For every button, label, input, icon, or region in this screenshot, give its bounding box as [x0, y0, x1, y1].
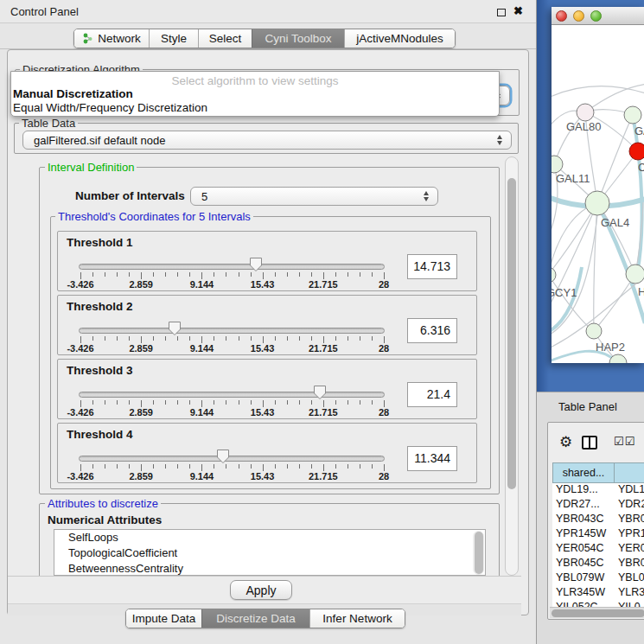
table-row[interactable]: YBR045CYBR0: [552, 557, 644, 571]
threshold-4-slider-thumb[interactable]: [216, 449, 230, 464]
table-row[interactable]: YER054CYER0: [552, 542, 644, 557]
screen: Control Panel ✖ Network Style Sel: [0, 0, 644, 644]
tab-label: Discretize Data: [216, 612, 296, 625]
attribute-list-item[interactable]: TopologicalCoefficient: [54, 545, 485, 561]
table-row[interactable]: YDL19...YDL1: [552, 483, 644, 498]
tab-select[interactable]: Select: [198, 29, 252, 48]
table-row[interactable]: YLR345WYLR3: [552, 586, 644, 601]
algorithm-dropdown-popup: Select algorithm to view settings Manual…: [10, 71, 500, 117]
table-horizontal-scrollbar-thumb[interactable]: [552, 609, 644, 617]
network-node-label: H: [638, 285, 644, 298]
tab-cyni-toolbox[interactable]: Cyni Toolbox: [252, 29, 344, 48]
network-node[interactable]: [552, 267, 556, 283]
network-node[interactable]: [577, 104, 594, 121]
network-node[interactable]: [624, 106, 641, 124]
tab-style[interactable]: Style: [149, 29, 198, 48]
network-node-label: C: [638, 161, 644, 174]
tab-infer-network[interactable]: Infer Network: [309, 609, 405, 628]
gear-icon[interactable]: ⚙: [559, 433, 572, 451]
popup-option-equal-width-frequency[interactable]: Equal Width/Frequency Discretization: [13, 101, 207, 114]
threshold-1-block: Threshold 1 -3.4262.8599.14415.4321.7152…: [57, 231, 477, 291]
table-row[interactable]: YDR27...YDR2: [552, 498, 644, 513]
top-tab-strip: Network Style Select Cyni Toolbox jActiv…: [73, 29, 456, 48]
float-window-icon[interactable]: [497, 9, 506, 16]
checkbox-icons[interactable]: ☑☑: [614, 435, 635, 448]
table-data-combo-value: galFiltered.sif default node: [34, 134, 165, 147]
control-panel-titlebar: Control Panel ✖: [0, 0, 536, 23]
table-row[interactable]: YBL079WYBL0: [552, 571, 644, 586]
network-node-label: GAL11: [556, 172, 590, 185]
tab-label: Select: [209, 32, 242, 45]
content-scrollbar[interactable]: [505, 156, 519, 576]
table-panel-title: Table Panel: [558, 400, 617, 413]
threshold-3-value-input[interactable]: 21.4: [407, 382, 457, 407]
network-node[interactable]: [585, 191, 609, 215]
attribute-list-item[interactable]: BetweennessCentrality: [54, 561, 485, 576]
threshold-1-value-input[interactable]: 14.713: [407, 254, 457, 279]
tab-jactivemnodules[interactable]: jActiveMNodules: [344, 29, 455, 48]
table-data-combo[interactable]: galFiltered.sif default node: [22, 131, 512, 150]
numerical-attributes-list[interactable]: SelfLoopsTopologicalCoefficientBetweenne…: [54, 529, 486, 576]
right-side: GAL80GACGAL11GAL4GCY1HHAP2 Table Panel ⚙…: [536, 0, 644, 644]
threshold-3-slider-thumb[interactable]: [313, 385, 327, 400]
threshold-4-block: Threshold 4 -3.4262.8599.14415.4321.7152…: [57, 423, 477, 483]
threshold-2-block: Threshold 2 -3.4262.8599.14415.4321.7152…: [57, 295, 477, 355]
table-row[interactable]: YPR145WYPR1: [552, 527, 644, 542]
bottom-tab-strip: Impute Data Discretize Data Infer Networ…: [125, 609, 405, 628]
threshold-3-block: Threshold 3 -3.4262.8599.14415.4321.7152…: [57, 359, 477, 419]
threshold-1-slider-thumb[interactable]: [249, 257, 263, 272]
combo-arrows-icon: [497, 135, 503, 145]
tab-label: Cyni Toolbox: [265, 32, 331, 45]
mac-close-icon[interactable]: [556, 10, 567, 22]
network-view-window: GAL80GACGAL11GAL4GCY1HHAP2: [552, 7, 644, 363]
network-node-label: GCY1: [552, 286, 577, 299]
columns-icon[interactable]: [582, 436, 597, 450]
table-horizontal-scrollbar[interactable]: [550, 607, 644, 618]
tab-network[interactable]: Network: [74, 29, 149, 48]
network-node[interactable]: [626, 265, 644, 284]
table-row[interactable]: YBR043CYBR0: [552, 513, 644, 527]
table-panel-region: Table Panel ⚙ ☑☑ shared... n YDL19...YDL…: [537, 392, 644, 644]
network-node-label: GAL80: [566, 120, 601, 133]
popup-option-manual-discretization[interactable]: Manual Discretization: [13, 87, 133, 100]
attributes-list-scrollbar[interactable]: [473, 531, 484, 575]
column-header-name[interactable]: n: [614, 462, 644, 483]
network-window-titlebar: [552, 7, 644, 25]
tab-discretize-data[interactable]: Discretize Data: [201, 609, 309, 628]
apply-button[interactable]: Apply: [230, 580, 292, 600]
tab-label: jActiveMNodules: [356, 32, 443, 45]
tab-label: Network: [98, 32, 141, 45]
mac-minimize-icon[interactable]: [573, 10, 584, 22]
network-node-label: HAP2: [596, 341, 625, 354]
close-icon[interactable]: ✖: [513, 4, 523, 17]
network-nodes: GAL80GACGAL11GAL4GCY1HHAP2: [552, 104, 644, 363]
network-node[interactable]: [586, 323, 602, 339]
number-of-intervals-combo[interactable]: 5: [190, 187, 438, 206]
attributes-list-scrollbar-thumb[interactable]: [475, 532, 483, 574]
tab-label: Impute Data: [132, 612, 196, 625]
network-node-label: GA: [634, 124, 644, 137]
column-header-shared[interactable]: shared...: [552, 462, 615, 483]
tab-label: Infer Network: [322, 612, 392, 625]
table-panel: ⚙ ☑☑ shared... n YDL19...YDL1YDR27...YDR…: [547, 422, 644, 620]
combo-arrows-icon: [424, 191, 430, 201]
network-icon: [82, 32, 93, 45]
table-row[interactable]: YIL052CYIL0: [552, 601, 644, 607]
number-of-intervals-value: 5: [201, 190, 207, 203]
attribute-list-item[interactable]: SelfLoops: [54, 530, 485, 545]
popup-hint: Select algorithm to view settings: [11, 74, 499, 87]
control-panel: Control Panel ✖ Network Style Sel: [0, 0, 536, 644]
cytoscape-desktop: GAL80GACGAL11GAL4GCY1HHAP2: [537, 0, 644, 392]
tab-label: Style: [161, 32, 187, 45]
content-scrollbar-thumb[interactable]: [507, 178, 516, 489]
threshold-4-value-input[interactable]: 11.344: [407, 446, 457, 471]
threshold-2-value-input[interactable]: 6.316: [407, 318, 457, 343]
panel-title: Control Panel: [10, 5, 79, 18]
mac-zoom-icon[interactable]: [590, 10, 602, 22]
threshold-2-slider-thumb[interactable]: [168, 321, 182, 336]
network-node-label: GAL4: [601, 216, 629, 229]
tab-impute-data[interactable]: Impute Data: [126, 609, 201, 628]
table-rows: YDL19...YDL1YDR27...YDR2YBR043CYBR0YPR14…: [552, 483, 644, 607]
network-node[interactable]: [629, 143, 644, 160]
network-canvas[interactable]: GAL80GACGAL11GAL4GCY1HHAP2: [552, 25, 644, 363]
